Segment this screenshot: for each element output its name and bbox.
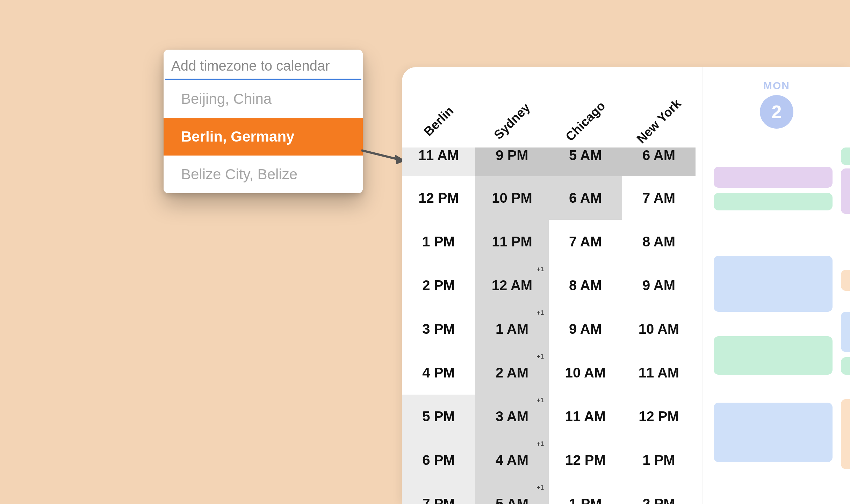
time-cell[interactable]: 4 PM [402,351,475,395]
time-cell[interactable]: 1 PM [549,482,622,504]
time-cell[interactable]: 11 PM [475,220,549,264]
time-cell[interactable]: 1 AM+1 [475,307,549,351]
time-cell[interactable]: 5 AM [549,147,622,176]
time-cell[interactable]: 4 AM+1 [475,438,549,482]
calendar-event[interactable] [714,336,833,375]
time-cell[interactable]: 12 PM [622,395,696,438]
timezone-dropdown[interactable]: Beijing, China Berlin, Germany Belize Ci… [164,50,363,193]
svg-line-0 [361,150,398,159]
time-cell[interactable]: 5 AM+1 [475,482,549,504]
arrow-icon [360,147,405,168]
time-cell[interactable]: 2 PM [402,264,475,307]
time-cell[interactable]: 1 PM [402,220,475,264]
time-cell[interactable]: 6 PM [402,438,475,482]
timezone-headers: Berlin Sydney Chicago New York [402,67,696,147]
time-cell[interactable]: 7 PM [402,482,475,504]
dropdown-option-berlin[interactable]: Berlin, Germany [164,118,363,156]
time-cell[interactable]: 7 AM [622,176,696,220]
day-offset-badge: +1 [536,309,544,317]
time-cell[interactable]: 2 PM [622,482,696,504]
time-cell[interactable]: 8 AM [549,264,622,307]
calendar-event[interactable] [714,193,833,210]
time-cell[interactable]: 9 PM [475,147,549,176]
dropdown-option-beijing[interactable]: Beijing, China [164,80,363,118]
tz-label: Sydney [491,100,533,142]
time-column-berlin: 11 AM12 PM1 PM2 PM3 PM4 PM5 PM6 PM7 PM [402,147,475,504]
tz-label: Berlin [421,103,456,139]
time-cell[interactable]: 3 PM [402,307,475,351]
time-cell[interactable]: 12 PM [549,438,622,482]
time-cell[interactable]: 6 AM [622,147,696,176]
calendar-event[interactable] [714,256,833,312]
time-cell[interactable]: 10 AM [549,351,622,395]
day-offset-badge: +1 [536,353,544,360]
dropdown-input-wrap [164,50,363,80]
time-cell[interactable]: 1 PM [622,438,696,482]
time-cell[interactable]: 3 AM+1 [475,395,549,438]
day-offset-badge: +1 [536,397,544,404]
calendar-event-sliver[interactable] [841,399,850,469]
calendar-event-sliver[interactable] [841,312,850,352]
day-offset-badge: +1 [536,484,544,491]
calendar-event-sliver[interactable] [841,147,850,165]
time-cell[interactable]: 5 PM [402,395,475,438]
time-column-sydney: 9 PM10 PM11 PM12 AM+11 AM+12 AM+13 AM+14… [475,147,549,504]
timezone-search-input[interactable] [164,53,363,79]
time-cell[interactable]: 12 AM+1 [475,264,549,307]
time-cell[interactable]: 9 AM [549,307,622,351]
time-column-newyork: 6 AM7 AM8 AM9 AM10 AM11 AM12 PM1 PM2 PM [622,147,696,504]
time-cell[interactable]: 9 AM [622,264,696,307]
time-cell[interactable]: 11 AM [622,351,696,395]
day-column: MON 2 [703,67,850,504]
time-column-chicago: 5 AM6 AM7 AM8 AM9 AM10 AM11 AM12 PM1 PM [549,147,622,504]
time-cell[interactable]: 7 AM [549,220,622,264]
calendar-panel: Berlin Sydney Chicago New York 11 AM12 P… [402,67,850,504]
day-offset-badge: +1 [536,266,544,273]
tz-header-chicago[interactable]: Chicago [549,67,622,147]
tz-header-berlin[interactable]: Berlin [402,67,475,147]
dropdown-option-belize[interactable]: Belize City, Belize [164,156,363,193]
time-cell[interactable]: 11 AM [549,395,622,438]
calendar-event-sliver[interactable] [841,270,850,291]
time-cell[interactable]: 12 PM [402,176,475,220]
calendar-event[interactable] [714,167,833,188]
day-of-week: MON [763,80,790,92]
time-cell[interactable]: 10 PM [475,176,549,220]
time-cell[interactable]: 8 AM [622,220,696,264]
events-layer [703,147,850,504]
time-cell[interactable]: 2 AM+1 [475,351,549,395]
day-offset-badge: +1 [536,440,544,448]
time-grid: 11 AM12 PM1 PM2 PM3 PM4 PM5 PM6 PM7 PM9 … [402,147,696,504]
calendar-event-sliver[interactable] [841,357,850,375]
tz-label: New York [634,96,684,146]
day-header[interactable]: MON 2 [703,67,850,147]
calendar-event-sliver[interactable] [841,168,850,214]
time-cell[interactable]: 10 AM [622,307,696,351]
day-number-badge: 2 [760,95,793,129]
tz-header-sydney[interactable]: Sydney [475,67,549,147]
time-cell[interactable]: 11 AM [402,147,475,176]
tz-header-newyork[interactable]: New York [622,67,696,147]
tz-label: Chicago [563,99,608,144]
time-cell[interactable]: 6 AM [549,176,622,220]
calendar-event[interactable] [714,403,833,462]
